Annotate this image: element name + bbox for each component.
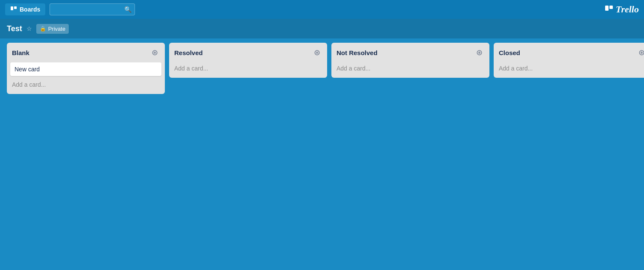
list-menu-button-blank[interactable]: ⊛ (150, 47, 160, 58)
board-title: Test (7, 24, 22, 33)
privacy-label: Private (48, 26, 65, 32)
list-menu-button-closed[interactable]: ⊛ (637, 47, 644, 58)
search-input[interactable] (50, 3, 135, 15)
list-not-resolved: Not Resolved⊛Add a card... (331, 43, 489, 78)
list-header-not-resolved: Not Resolved⊛ (335, 46, 486, 59)
search-button[interactable]: 🔍 (124, 6, 132, 13)
board-privacy[interactable]: 🔒 Private (36, 24, 69, 34)
list-title-closed: Closed (499, 49, 520, 56)
list-header-closed: Closed⊛ (497, 46, 644, 59)
trello-logo-text: Trello (616, 4, 639, 15)
add-card-button-not-resolved[interactable]: Add a card... (335, 62, 486, 74)
trello-logo: Trello (605, 4, 639, 15)
list-title-resolved: Resolved (174, 49, 203, 56)
list-header-resolved: Resolved⊛ (173, 46, 324, 59)
board-star-button[interactable]: ☆ (26, 25, 32, 32)
lock-icon: 🔒 (40, 26, 46, 32)
list-resolved: Resolved⊛Add a card... (169, 43, 327, 78)
board-icon (10, 6, 17, 13)
add-card-button-closed[interactable]: Add a card... (497, 62, 644, 74)
boards-button[interactable]: Boards (5, 3, 45, 15)
list-header-blank: Blank⊛ (10, 46, 161, 59)
trello-logo-icon (605, 5, 613, 14)
boards-label: Boards (20, 6, 40, 13)
svg-rect-0 (11, 6, 13, 10)
add-card-button-resolved[interactable]: Add a card... (173, 62, 324, 74)
add-card-button-blank[interactable]: Add a card... (10, 79, 161, 91)
list-title-not-resolved: Not Resolved (337, 49, 378, 56)
topbar: Boards 🔍 Trello (0, 0, 644, 19)
svg-rect-2 (605, 6, 609, 11)
search-container: 🔍 (50, 3, 135, 15)
search-icon: 🔍 (124, 6, 132, 13)
lists-container: Blank⊛New cardAdd a card...Resolved⊛Add … (0, 38, 644, 98)
topbar-left: Boards 🔍 (5, 3, 135, 15)
list-menu-button-not-resolved[interactable]: ⊛ (474, 47, 484, 58)
list-title-blank: Blank (12, 49, 29, 56)
list-closed: Closed⊛Add a card... (494, 43, 644, 78)
svg-rect-3 (609, 6, 613, 9)
svg-rect-1 (14, 6, 17, 9)
card-blank-0[interactable]: New card (10, 62, 161, 76)
star-icon: ☆ (26, 25, 32, 32)
list-blank: Blank⊛New cardAdd a card... (7, 43, 165, 94)
board-header: Test ☆ 🔒 Private (0, 19, 644, 38)
list-menu-button-resolved[interactable]: ⊛ (312, 47, 322, 58)
